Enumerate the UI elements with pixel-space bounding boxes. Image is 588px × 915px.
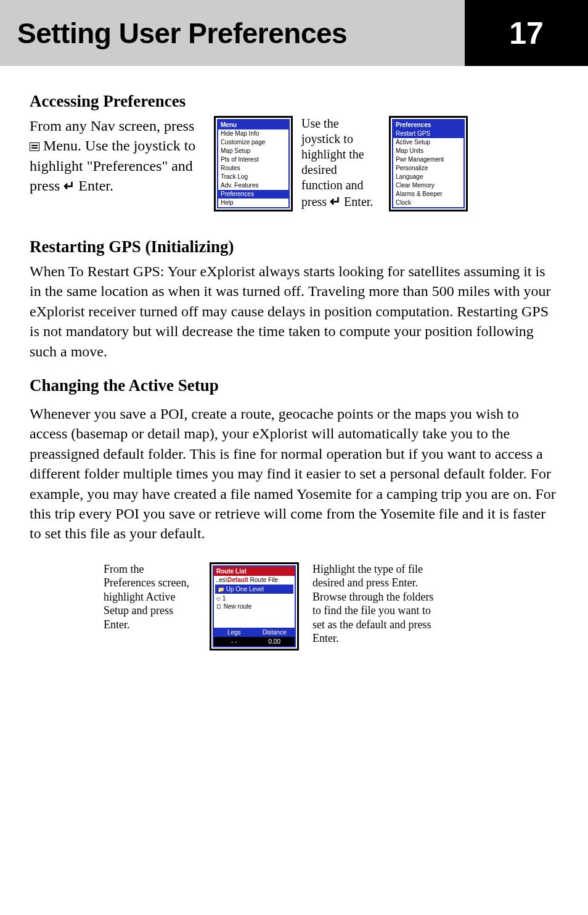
- menu-item: Map Setup: [218, 147, 288, 155]
- folder-icon: [218, 586, 224, 593]
- page-number: 17: [509, 15, 544, 51]
- menu-item: Customize page: [218, 138, 288, 147]
- route-item-2: New route: [224, 603, 252, 610]
- prefs-item: Clear Memory: [393, 181, 463, 190]
- preferences-screenshot: Preferences Restart GPS Active Setup Map…: [389, 116, 468, 211]
- accessing-row: From any Nav screen, press Menu. Use the…: [30, 116, 558, 211]
- route-header: Route List: [214, 567, 295, 576]
- active-setup-body: Whenever you save a POI, create a route,…: [30, 404, 558, 544]
- prefs-item-highlighted: Restart GPS: [393, 129, 463, 138]
- menu-item: Hide Map Info: [218, 129, 288, 138]
- route-item: 1: [214, 594, 295, 602]
- enter-icon: ↵: [63, 177, 75, 195]
- route-footer-legs-label: Legs: [214, 628, 255, 637]
- section-active-setup-title: Changing the Active Setup: [30, 376, 558, 395]
- route-item: New route: [214, 602, 295, 610]
- route-item-1: 1: [223, 595, 226, 602]
- route-path-prefix: ..es\: [216, 576, 227, 583]
- section-restarting-title: Restarting GPS (Initializing): [30, 237, 558, 256]
- prefs-screenshot-header: Preferences: [393, 120, 463, 129]
- route-up-one-level: Up One Level: [215, 585, 293, 594]
- route-footer-header: Legs Distance: [214, 628, 295, 637]
- active-setup-row: From the Preferences screen, highlight A…: [30, 562, 558, 650]
- route-footer-legs-value: - -: [214, 637, 255, 646]
- page-number-container: 17: [465, 0, 588, 66]
- active-setup-right-text: Highlight the type of file desired and p…: [312, 562, 442, 650]
- menu-item: Pts of Interest: [218, 155, 288, 164]
- menu-item: Help: [218, 199, 288, 207]
- intro-part1: From any Nav screen, press: [30, 118, 194, 134]
- prefs-item: Active Setup: [393, 138, 463, 147]
- menu-item: Track Log: [218, 173, 288, 181]
- route-footer-values: - - 0.00: [214, 637, 295, 646]
- route-up-label: Up One Level: [226, 586, 264, 593]
- route-footer-distance-label: Distance: [255, 628, 295, 637]
- page-icon: [216, 603, 222, 610]
- use-part2: Enter.: [341, 195, 373, 208]
- route-blank-area: [214, 610, 295, 628]
- page-content: Accessing Preferences From any Nav scree…: [0, 66, 588, 669]
- route-footer-distance-value: 0.00: [255, 637, 295, 646]
- enter-icon: ↵: [330, 193, 341, 210]
- prefs-item: Language: [393, 173, 463, 181]
- prefs-item: Pwr Management: [393, 155, 463, 164]
- menu-screenshot: Menu Hide Map Info Customize page Map Se…: [214, 116, 293, 211]
- page-header: Setting User Preferences 17: [0, 0, 588, 66]
- header-title-container: Setting User Preferences: [0, 0, 465, 66]
- menu-screenshot-header: Menu: [218, 120, 288, 129]
- restarting-body: When To Restart GPS: Your eXplorist alwa…: [30, 261, 558, 361]
- prefs-item: Clock: [393, 199, 463, 207]
- use-joystick-text: Use the joystick to highlight the desire…: [301, 116, 380, 211]
- menu-item: Adv. Features: [218, 181, 288, 190]
- intro-part3: Enter.: [75, 178, 113, 194]
- route-path-default: Default: [227, 576, 248, 583]
- prefs-item: Map Units: [393, 147, 463, 155]
- menu-screenshot-items: Hide Map Info Customize page Map Setup P…: [218, 129, 288, 207]
- route-path: ..es\Default Route File: [214, 576, 295, 584]
- prefs-screenshot-items: Restart GPS Active Setup Map Units Pwr M…: [393, 129, 463, 207]
- menu-item-highlighted: Preferences: [218, 190, 288, 199]
- page-title: Setting User Preferences: [17, 17, 347, 50]
- menu-icon: [30, 142, 39, 151]
- route-path-suffix: Route File: [248, 576, 278, 583]
- menu-item: Routes: [218, 164, 288, 173]
- section-accessing-title: Accessing Preferences: [30, 92, 558, 111]
- route-list-screenshot: Route List ..es\Default Route File Up On…: [210, 562, 299, 650]
- accessing-intro: From any Nav screen, press Menu. Use the…: [30, 116, 205, 211]
- active-setup-left-text: From the Preferences screen, highlight A…: [104, 562, 196, 650]
- prefs-item: Personalize: [393, 164, 463, 173]
- diamond-icon: [216, 595, 221, 602]
- prefs-item: Alarms & Beeper: [393, 190, 463, 199]
